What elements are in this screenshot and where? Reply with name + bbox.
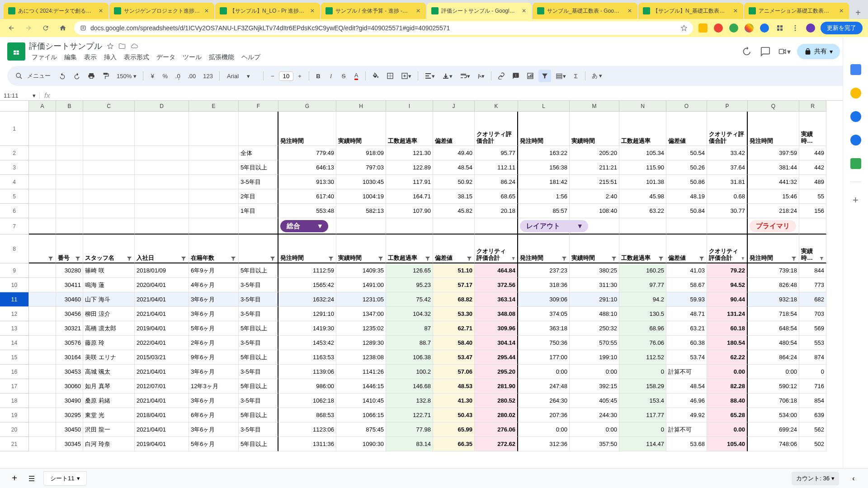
cell[interactable]: 3年6ヶ月 [189, 365, 239, 379]
cell[interactable] [83, 146, 135, 160]
cell[interactable]: 実績時間 [336, 112, 386, 146]
cell[interactable]: 363:18 [518, 321, 570, 336]
cell[interactable]: 348.08 [475, 307, 518, 321]
column-header[interactable]: E [189, 101, 239, 112]
cell[interactable]: 750:36 [518, 336, 570, 350]
currency-yen-button[interactable]: ¥ [147, 70, 158, 82]
cell[interactable]: 20.18 [475, 204, 518, 218]
cell[interactable]: 534:00 [748, 408, 799, 422]
cell[interactable]: 718:54 [748, 307, 799, 321]
cell[interactable]: 582:13 [336, 204, 386, 218]
cell[interactable]: 304.14 [475, 336, 518, 350]
browser-tab[interactable]: 評価シートサンプル - Googl…✕ [427, 3, 532, 19]
cell[interactable] [135, 160, 189, 175]
row-header[interactable]: 20 [0, 422, 29, 437]
cell[interactable]: 5年目以上 [239, 437, 278, 451]
name-box[interactable]: 11:11▾ [0, 92, 40, 99]
menu-item[interactable]: 拡張機能 [206, 52, 237, 62]
cell[interactable] [433, 218, 475, 235]
cell[interactable]: 高城 颯太 [83, 365, 135, 379]
cell[interactable]: 105.40 [707, 437, 748, 451]
cell[interactable]: 2021/04/01 [135, 365, 189, 379]
cell[interactable]: 122.89 [386, 160, 433, 175]
cell[interactable]: 363.14 [475, 292, 518, 307]
cell[interactable]: 318:36 [518, 278, 570, 292]
tab-close-icon[interactable]: ✕ [838, 8, 844, 14]
cell[interactable] [239, 112, 278, 146]
cell[interactable]: 工数超過率 [619, 235, 666, 263]
cell[interactable]: 442 [799, 160, 826, 175]
cell[interactable]: 868:53 [278, 408, 336, 422]
cell[interactable]: 2022/04/01 [135, 336, 189, 350]
cell[interactable]: 沢田 龍一 [83, 422, 135, 437]
cell[interactable]: 146.68 [386, 379, 433, 394]
cell[interactable] [189, 175, 239, 189]
cell[interactable]: 126.65 [386, 263, 433, 278]
cell[interactable]: 502 [799, 437, 826, 451]
cell[interactable]: 白河 玲奈 [83, 437, 135, 451]
row-header[interactable]: 8 [0, 235, 29, 263]
cell[interactable] [29, 437, 56, 451]
cell[interactable]: 570:55 [570, 336, 619, 350]
cell[interactable]: 617:40 [278, 189, 336, 204]
cell[interactable]: 90.44 [707, 292, 748, 307]
menu-item[interactable]: 編集 [61, 52, 80, 62]
cell[interactable]: 1163:53 [278, 350, 336, 365]
cell[interactable]: 281.90 [475, 379, 518, 394]
cell[interactable] [189, 146, 239, 160]
cell[interactable]: 1565:42 [278, 278, 336, 292]
cell[interactable]: 33.42 [707, 146, 748, 160]
cell[interactable]: 3-5年目 [239, 278, 278, 292]
cell[interactable]: 280.52 [475, 394, 518, 408]
cell[interactable] [83, 160, 135, 175]
cell[interactable]: 5年目以上 [239, 160, 278, 175]
row-header[interactable]: 1 [0, 112, 29, 146]
tasks-icon[interactable] [850, 111, 861, 122]
new-tab-button[interactable]: + [852, 6, 864, 19]
cell[interactable]: 46.96 [666, 394, 707, 408]
cell[interactable]: 211:21 [570, 160, 619, 175]
cell[interactable]: 65.99 [433, 422, 475, 437]
filter-dropdown-icon[interactable] [269, 255, 276, 262]
cell[interactable]: 0:00 [518, 365, 570, 379]
cell[interactable] [29, 204, 56, 218]
browser-tab[interactable]: アニメーション基礎工数表…✕ [744, 3, 849, 19]
cell[interactable]: 偏差値 [433, 112, 475, 146]
cell[interactable]: 番号 [56, 235, 83, 263]
cell[interactable] [56, 189, 83, 204]
cell[interactable] [29, 379, 56, 394]
cell[interactable] [666, 218, 707, 235]
cell[interactable]: 117.91 [386, 175, 433, 189]
filter-dropdown-icon[interactable] [126, 255, 132, 262]
cell[interactable]: 30280 [56, 263, 83, 278]
cell[interactable]: 50.84 [666, 204, 707, 218]
cell[interactable]: 773 [799, 278, 826, 292]
cell[interactable]: 132.8 [386, 394, 433, 408]
rotate-button[interactable]: A ▾ [475, 70, 487, 82]
cell[interactable]: 3年6ヶ月 [189, 307, 239, 321]
cell[interactable]: 1090:30 [336, 437, 386, 451]
cell[interactable]: 53.47 [433, 350, 475, 365]
browser-tab[interactable]: サンプル_基礎工数表 - Goo…✕ [533, 3, 637, 19]
cell[interactable] [570, 218, 619, 235]
cell[interactable] [29, 336, 56, 350]
ext-icon-5[interactable] [760, 23, 769, 33]
cloud-status-icon[interactable] [130, 42, 138, 50]
cell[interactable]: 682 [799, 292, 826, 307]
chip-sougou[interactable]: 総合 ▾ [280, 220, 328, 232]
cell[interactable]: 0 [799, 365, 826, 379]
cell[interactable]: 3-5年目 [239, 422, 278, 437]
cell[interactable]: 1231:05 [336, 292, 386, 307]
cell[interactable] [135, 175, 189, 189]
cell[interactable]: 0:00 [518, 422, 570, 437]
cell[interactable]: 205:20 [570, 146, 619, 160]
cell[interactable]: 0.00 [707, 422, 748, 437]
cell[interactable] [135, 204, 189, 218]
calendar-icon[interactable] [850, 64, 861, 75]
cell[interactable]: 53.30 [433, 307, 475, 321]
cell[interactable] [83, 112, 135, 146]
cell[interactable] [29, 307, 56, 321]
strike-button[interactable]: S [338, 70, 349, 82]
column-header[interactable]: K [475, 101, 518, 112]
cell[interactable]: 0 [619, 365, 666, 379]
